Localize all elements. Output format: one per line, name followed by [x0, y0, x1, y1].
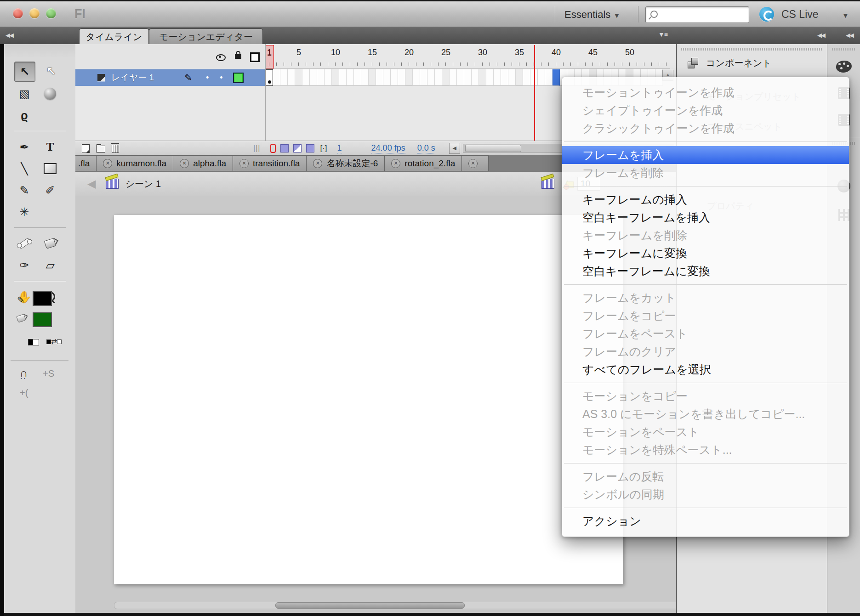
- frame-cell-3[interactable]: [280, 69, 288, 86]
- menu-item-キーフレームに変換[interactable]: キーフレームに変換: [562, 244, 849, 262]
- close-tab-icon[interactable]: ✕: [239, 159, 249, 168]
- frame-cell-31[interactable]: [486, 69, 494, 86]
- smooth-option-button[interactable]: +S: [43, 368, 54, 379]
- pencil-tool-icon[interactable]: ✎: [14, 181, 34, 200]
- new-layer-button[interactable]: [82, 144, 90, 153]
- frame-cell-26[interactable]: [450, 69, 457, 86]
- new-folder-button[interactable]: [96, 146, 105, 153]
- frame-cell-36[interactable]: [523, 69, 530, 86]
- frame-cell-28[interactable]: [464, 69, 472, 86]
- document-tab-rotation_2.fla[interactable]: ✕rotation_2.fla: [385, 155, 462, 171]
- playhead-marker[interactable]: 1: [265, 45, 274, 68]
- frame-cell-14[interactable]: [361, 69, 369, 86]
- close-window-button[interactable]: [13, 8, 23, 18]
- edit-scene-button[interactable]: [541, 179, 554, 189]
- timeline-scrollbar-thumb[interactable]: [465, 145, 521, 152]
- collapse-right-panel-icon[interactable]: ◀◀: [817, 32, 825, 39]
- collapse-dock-icon[interactable]: ◀◀: [846, 32, 853, 39]
- frame-cell-10[interactable]: [332, 69, 339, 86]
- frame-cell-6[interactable]: [302, 69, 310, 86]
- frame-cell-39[interactable]: [545, 69, 552, 86]
- selection-tool-icon[interactable]: ↖: [14, 62, 35, 82]
- eyedropper-tool-icon[interactable]: ✑: [14, 255, 34, 275]
- layers-frames-divider[interactable]: [265, 44, 266, 141]
- lasso-tool-icon[interactable]: ϱ: [14, 106, 34, 125]
- close-tab-icon[interactable]: ✕: [103, 159, 112, 168]
- deco-tool-icon[interactable]: ✳: [14, 202, 34, 221]
- frame-cell-24[interactable]: [435, 69, 442, 86]
- layer-row[interactable]: レイヤー 1 ✎ • •: [75, 69, 265, 86]
- cs-live-chevron-icon[interactable]: ▼: [842, 11, 849, 19]
- paint-bucket-tool-icon[interactable]: [40, 234, 60, 253]
- subselection-tool-icon[interactable]: ↖: [41, 62, 61, 81]
- stroke-color-swatch[interactable]: [33, 291, 52, 306]
- edit-multiple-frames-button[interactable]: [306, 144, 314, 153]
- free-transform-tool-icon[interactable]: ▧: [14, 84, 34, 103]
- menu-item-すべてのフレームを選択[interactable]: すべてのフレームを選択: [562, 361, 849, 379]
- frame-cell-29[interactable]: [472, 69, 479, 86]
- workspace-switcher[interactable]: Essentials ▼: [564, 9, 620, 21]
- show-hide-all-layers-icon[interactable]: [216, 54, 226, 61]
- frame-cell-33[interactable]: [501, 69, 508, 86]
- frame-cell-7[interactable]: [310, 69, 317, 86]
- layer-visibility-dot-icon[interactable]: •: [206, 73, 209, 83]
- zoom-window-button[interactable]: [46, 8, 56, 18]
- delete-layer-button[interactable]: [112, 145, 119, 153]
- frame-cell-13[interactable]: [354, 69, 361, 86]
- frame-cell-22[interactable]: [420, 69, 427, 86]
- frame-ruler[interactable]: 15101520253035404550: [266, 44, 676, 62]
- document-tab-kumamon.fla[interactable]: ✕kumamon.fla: [97, 155, 173, 171]
- frame-cell-18[interactable]: [391, 69, 398, 86]
- swap-colors-button[interactable]: ⇄: [46, 337, 62, 346]
- modify-markers-button[interactable]: [·]: [320, 144, 327, 153]
- document-tab-.fla[interactable]: .fla: [75, 155, 97, 171]
- stage[interactable]: [114, 215, 623, 584]
- snap-to-objects-toggle[interactable]: ∩..: [20, 367, 28, 379]
- 3d-rotation-tool-icon[interactable]: [40, 84, 60, 103]
- pen-tool-icon[interactable]: ✒: [14, 137, 34, 157]
- frame-cell-25[interactable]: [442, 69, 450, 86]
- outline-all-layers-icon[interactable]: [250, 52, 260, 62]
- panel-gripper[interactable]: [681, 48, 822, 51]
- elapsed-time-value[interactable]: 0.0 s: [417, 143, 435, 153]
- collapse-tool-panel-icon[interactable]: ◀◀: [6, 32, 13, 39]
- tab-motion-editor[interactable]: モーションエディター: [149, 28, 263, 45]
- eraser-tool-icon[interactable]: ▱: [40, 255, 60, 275]
- dock-gripper[interactable]: [832, 48, 856, 51]
- bone-tool-icon[interactable]: [14, 234, 34, 253]
- frame-cell-32[interactable]: [494, 69, 501, 86]
- frame-cell-2[interactable]: [273, 69, 280, 86]
- close-tab-icon[interactable]: ✕: [313, 159, 322, 168]
- black-white-colors-button[interactable]: [28, 337, 39, 347]
- frame-cell-21[interactable]: [413, 69, 420, 86]
- frame-cell-1[interactable]: [266, 69, 273, 86]
- document-tab-transition.fla[interactable]: ✕transition.fla: [233, 155, 307, 171]
- frame-rate-value[interactable]: 24.00 fps: [371, 143, 405, 153]
- menu-item-キーフレームの挿入[interactable]: キーフレームの挿入: [562, 191, 849, 209]
- rectangle-tool-icon[interactable]: [40, 159, 60, 178]
- frame-cell-9[interactable]: [325, 69, 332, 86]
- line-tool-icon[interactable]: ╲: [14, 159, 34, 178]
- menu-item-アクション[interactable]: アクション: [562, 512, 849, 530]
- frame-cell-11[interactable]: [339, 69, 347, 86]
- components-panel-title[interactable]: コンポーネント: [706, 57, 772, 69]
- menu-item-空白キーフレームに変換[interactable]: 空白キーフレームに変換: [562, 262, 849, 280]
- scene-name[interactable]: シーン 1: [125, 178, 161, 190]
- layer-name[interactable]: レイヤー 1: [111, 72, 154, 84]
- close-tab-icon[interactable]: ✕: [391, 159, 400, 168]
- layer-lock-dot-icon[interactable]: •: [220, 73, 222, 83]
- center-frame-button[interactable]: [270, 144, 276, 153]
- frame-cell-35[interactable]: [516, 69, 523, 86]
- frame-cell-23[interactable]: [427, 69, 435, 86]
- back-arrow-icon[interactable]: ◀: [87, 177, 96, 190]
- brush-tool-icon[interactable]: ✐: [40, 181, 60, 200]
- document-tab-名称未設定-6[interactable]: ✕名称未設定-6: [307, 155, 385, 171]
- tab-timeline[interactable]: タイムライン: [79, 28, 149, 45]
- drawn-rectangle[interactable]: [138, 362, 194, 417]
- straighten-option-button[interactable]: +(: [20, 388, 28, 398]
- close-tab-icon[interactable]: ✕: [180, 159, 189, 168]
- menu-item-空白キーフレームを挿入[interactable]: 空白キーフレームを挿入: [562, 209, 849, 226]
- fill-color-swatch[interactable]: [33, 312, 52, 327]
- timeline-panel-menu-icon[interactable]: ▼≡: [658, 31, 667, 38]
- stage-scrollbar-thumb[interactable]: [275, 602, 465, 609]
